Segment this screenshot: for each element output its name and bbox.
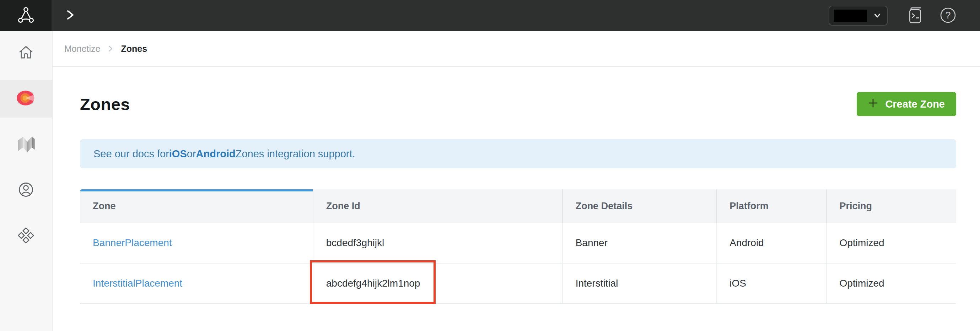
table-row: InterstitialPlacement abcdefg4hijk2lm1no…: [80, 264, 956, 304]
terminal-docs-icon: [907, 6, 923, 25]
monetize-target-icon: [16, 89, 36, 108]
docs-terminal-button[interactable]: [907, 6, 923, 25]
column-header-zone-id[interactable]: Zone Id: [313, 189, 563, 223]
topbar: ?: [0, 0, 980, 31]
breadcrumb-monetize[interactable]: Monetize: [64, 44, 100, 54]
account-name-redacted: [834, 10, 867, 22]
banner-text-prefix: See our docs for: [94, 148, 169, 160]
banner-text-conjunction: or: [187, 148, 196, 160]
main-content: Monetize Zones Zones Create Zone See our…: [52, 31, 980, 331]
sidebar-item-home[interactable]: [0, 34, 52, 72]
diamond-grid-icon: [17, 227, 35, 246]
help-button[interactable]: ?: [939, 6, 957, 25]
topbar-right-group: ?: [829, 6, 980, 25]
pricing-cell: Optimized: [827, 223, 956, 263]
zones-table: Zone Zone Id Zone Details Platform Prici…: [80, 189, 956, 304]
sidebar: [0, 31, 52, 331]
applovin-triangle-logo-icon: [17, 6, 35, 25]
zone-link-interstitialplacement[interactable]: InterstitialPlacement: [93, 278, 182, 289]
account-dropdown[interactable]: [829, 6, 888, 25]
applovin-logo[interactable]: [0, 0, 51, 31]
sidebar-item-max[interactable]: [0, 126, 52, 163]
max-folded-map-icon: [15, 135, 37, 154]
zone-id-cell: bcdedf3ghijkl: [313, 223, 563, 263]
platform-cell: Android: [717, 223, 827, 263]
android-docs-link[interactable]: Android: [196, 148, 235, 160]
zone-details-cell: Interstitial: [563, 264, 717, 303]
breadcrumb: Monetize Zones: [52, 31, 980, 67]
column-header-zone-details[interactable]: Zone Details: [563, 189, 717, 223]
docs-info-banner: See our docs for iOS or Android Zones in…: [80, 139, 956, 168]
user-icon: [18, 181, 35, 200]
sidebar-item-account[interactable]: [0, 172, 52, 209]
column-header-zone[interactable]: Zone: [80, 189, 313, 223]
create-zone-button[interactable]: Create Zone: [857, 92, 956, 116]
home-icon: [18, 44, 35, 62]
sidebar-expand-button[interactable]: [62, 7, 78, 24]
zone-id-cell-highlighted: abcdefg4hijk2lm1nop: [313, 264, 563, 303]
table-row: BannerPlacement bcdedf3ghijkl Banner And…: [80, 223, 956, 264]
column-header-platform[interactable]: Platform: [717, 189, 827, 223]
chevron-down-icon: [873, 11, 882, 20]
question-mark-icon: ?: [939, 6, 957, 25]
zone-details-cell: Banner: [563, 223, 717, 263]
breadcrumb-zones: Zones: [121, 44, 147, 54]
banner-text-suffix: Zones integration support.: [235, 148, 355, 160]
zone-link-bannerplacement[interactable]: BannerPlacement: [93, 237, 172, 248]
svg-text:?: ?: [945, 10, 950, 21]
plus-icon: [868, 98, 878, 110]
platform-cell: iOS: [717, 264, 827, 303]
page-title: Zones: [80, 94, 130, 114]
breadcrumb-chevron-icon: [107, 45, 114, 53]
chevron-right-icon: [64, 8, 76, 23]
pricing-cell: Optimized: [827, 264, 956, 303]
create-zone-label: Create Zone: [885, 99, 945, 110]
sidebar-item-apps[interactable]: [0, 217, 52, 255]
sidebar-item-monetize[interactable]: [0, 80, 52, 118]
ios-docs-link[interactable]: iOS: [169, 148, 187, 160]
column-header-pricing[interactable]: Pricing: [827, 189, 956, 223]
table-header-row: Zone Zone Id Zone Details Platform Prici…: [80, 189, 956, 223]
